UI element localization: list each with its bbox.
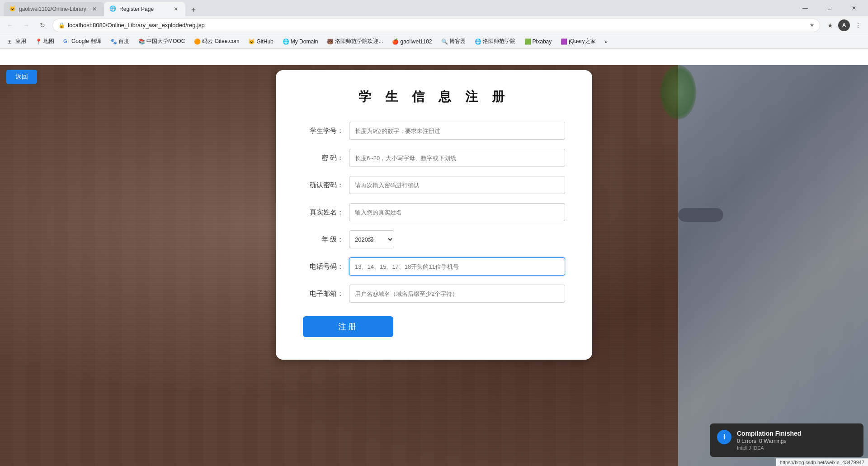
bookmark-pixabay[interactable]: 🟩 Pixabay [521,38,556,46]
phone-label: 电话号码： [303,262,344,271]
maximize-button[interactable]: □ [819,1,840,15]
real-name-label: 真实姓名： [303,208,344,217]
password-row: 密 码： [303,149,565,167]
bookmark-lynu[interactable]: 🐻 洛阳师范学院欢迎... [323,37,387,46]
bookmark-github[interactable]: 🐱 GitHub [245,38,277,46]
tab-github[interactable]: 🐱 gaoliwei1102/Online-Library: ✕ [4,2,104,16]
url-text: localhost:8080/Online_Library_war_explod… [68,22,807,29]
status-url: https://blog.csdn.net/weixin_43479947 [780,460,864,465]
student-id-row: 学生学号： [303,122,565,140]
student-id-input[interactable] [349,122,565,140]
map-icon: 📍 [35,38,42,45]
status-bar: https://blog.csdn.net/weixin_43479947 [776,458,868,466]
tab2-favicon: 🌐 [109,5,117,13]
tab2-title: Register Page [119,6,169,12]
confirm-password-row: 确认密码： [303,176,565,194]
phone-input[interactable] [349,257,565,276]
grade-select[interactable]: 2020级 2019级 2021级 2022级 2023级 [349,230,394,248]
bookmark-mydomain[interactable]: 🌐 My Domain [279,38,322,46]
tab2-close-button[interactable]: ✕ [172,5,180,13]
bookmark-mooc[interactable]: 📚 中国大学MOOC [135,37,189,46]
address-bar-icons: ★ [810,22,814,28]
gitee-icon: 🟠 [194,38,200,45]
address-bar-row: ← → ↻ 🔒 localhost:8080/Online_Library_wa… [0,16,868,34]
bookmark-bokeyuan[interactable]: 🔍 博客园 [438,37,469,46]
bookmark-jquery[interactable]: 🟪 jQuery之家 [557,37,599,46]
password-label: 密 码： [303,154,344,162]
close-button[interactable]: ✕ [844,1,864,15]
window-controls: — □ ✕ [795,1,864,15]
notification-icon: i [717,430,731,444]
bookmark-map[interactable]: 📍 地图 [32,37,58,46]
jquery-icon: 🟪 [561,38,567,45]
apps-icon: ⊞ [7,38,14,45]
bookmark-baidu[interactable]: 🐾 百度 [107,37,133,46]
bookmark-translate[interactable]: G Google 翻译 [60,37,105,46]
bookmark-gitee[interactable]: 🟠 码云 Gitee.com [190,37,243,46]
minimize-button[interactable]: — [795,1,816,15]
notification-source: IntelliJ IDEA [737,445,856,451]
bookmarks-bar: ⊞ 应用 📍 地图 G Google 翻译 🐾 百度 📚 中国大学MOOC 🟠 … [0,34,868,49]
notification-popup: i Compilation Finished 0 Errors, 0 Warni… [710,423,863,457]
registration-card: 学 生 信 息 注 册 学生学号： 密 码： 确认密码： 真实姓名： 年 级： … [276,70,592,360]
profile-icon-btn[interactable]: A [838,19,850,31]
form-title: 学 生 信 息 注 册 [303,88,565,105]
notification-content: Compilation Finished 0 Errors, 0 Warning… [737,430,856,451]
translate-icon: G [63,38,70,45]
new-tab-button[interactable]: + [187,4,200,16]
gaoliwei-icon: 🍎 [392,38,398,45]
bookmark-lynu2[interactable]: 🌐 洛阳师范学院 [471,37,519,46]
lynu2-icon: 🌐 [475,38,481,45]
register-button[interactable]: 注册 [303,316,393,337]
confirm-password-label: 确认密码： [303,181,344,190]
tab1-title: gaoliwei1102/Online-Library: [19,6,88,12]
return-button[interactable]: 返回 [6,70,37,84]
mooc-icon: 📚 [138,38,145,45]
forward-button[interactable]: → [20,19,33,32]
grade-label: 年 级： [303,235,344,244]
glasses-image [678,208,723,222]
address-bar[interactable]: 🔒 localhost:8080/Online_Library_war_expl… [52,19,820,32]
browser-chrome: 🐱 gaoliwei1102/Online-Library: ✕ 🌐 Regis… [0,0,868,49]
real-name-row: 真实姓名： [303,203,565,221]
github-icon: 🐱 [248,38,255,45]
password-input[interactable] [349,149,565,167]
bokeyuan-icon: 🔍 [441,38,448,45]
tab1-close-button[interactable]: ✕ [90,5,99,13]
lynu-icon: 🐻 [327,38,333,45]
notification-subtitle: 0 Errors, 0 Warnings [737,438,856,444]
phone-row: 电话号码： [303,257,565,276]
menu-button[interactable]: ⋮ [852,19,864,32]
real-name-input[interactable] [349,203,565,221]
back-button[interactable]: ← [4,19,16,32]
tab1-favicon: 🐱 [9,5,16,13]
toolbar-icons: ★ A ⋮ [824,19,864,32]
bookmark-apps[interactable]: ⊞ 应用 [4,37,30,46]
bookmark-gaoliwei[interactable]: 🍎 gaoliwei1102 [388,38,435,46]
email-input[interactable] [349,285,565,303]
student-id-label: 学生学号： [303,127,344,135]
email-label: 电子邮箱： [303,290,344,298]
plant-image [660,65,696,119]
reload-button[interactable]: ↻ [36,19,49,32]
bookmark-more[interactable]: » [601,38,612,46]
laptop-image [678,65,868,466]
domain-icon: 🌐 [283,38,289,45]
title-bar: 🐱 gaoliwei1102/Online-Library: ✕ 🌐 Regis… [0,0,868,16]
pixabay-icon: 🟩 [524,38,531,45]
bookmark-icon-btn[interactable]: ★ [824,19,836,32]
confirm-password-input[interactable] [349,176,565,194]
tab-register[interactable]: 🌐 Register Page ✕ [104,2,185,16]
baidu-icon: 🐾 [110,38,117,45]
email-row: 电子邮箱： [303,285,565,303]
notification-title: Compilation Finished [737,430,856,437]
grade-row: 年 级： 2020级 2019级 2021级 2022级 2023级 [303,230,565,248]
lock-icon: 🔒 [58,22,65,29]
